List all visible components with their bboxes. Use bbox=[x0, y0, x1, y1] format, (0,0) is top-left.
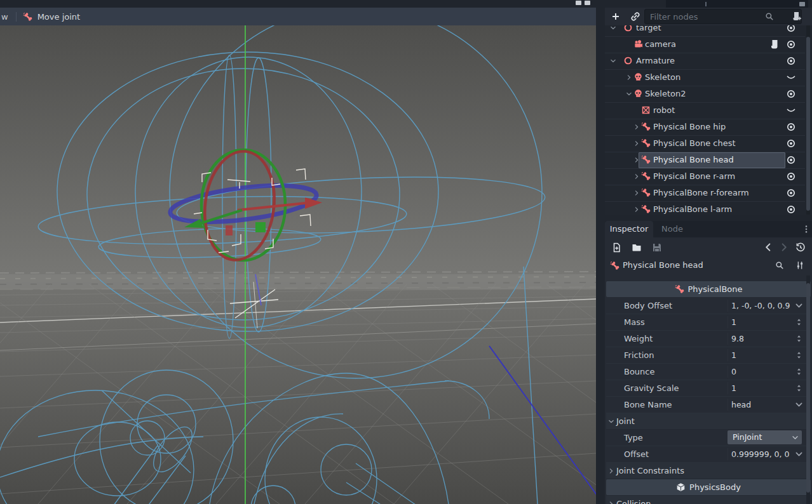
visibility-visible-icon[interactable] bbox=[786, 155, 796, 165]
category-joint-constraints[interactable]: Joint Constraints bbox=[606, 463, 811, 479]
tree-item-skeleton2[interactable]: Skeleton2 bbox=[605, 86, 805, 103]
collapse-arrow-icon[interactable] bbox=[608, 418, 614, 425]
new-resource-icon[interactable] bbox=[611, 242, 621, 253]
inspector-tools-icon[interactable] bbox=[795, 261, 804, 270]
scrollbar-thumb[interactable] bbox=[806, 37, 810, 211]
script-badge-icon[interactable] bbox=[769, 39, 780, 50]
visibility-hidden-icon[interactable] bbox=[786, 72, 796, 83]
property-type: TypePinJoint bbox=[606, 430, 811, 446]
history-back-icon[interactable] bbox=[764, 242, 773, 252]
property-value[interactable]: 0 bbox=[731, 364, 736, 380]
property-value[interactable]: 1 bbox=[731, 314, 736, 330]
tree-item-physicalbone-r-forearm[interactable]: PhysicalBone r-forearm bbox=[605, 185, 805, 202]
attach-script-icon[interactable] bbox=[792, 11, 802, 22]
property-value[interactable]: 9.8 bbox=[731, 331, 744, 347]
save-resource-icon[interactable] bbox=[652, 242, 662, 253]
visibility-visible-icon[interactable] bbox=[786, 25, 796, 33]
tree-item-physical-bone-r-arm[interactable]: Physical Bone r-arm bbox=[605, 168, 805, 185]
chevron-down-icon[interactable] bbox=[795, 302, 803, 310]
scene-tree-scrollbar[interactable] bbox=[806, 25, 810, 215]
node-type-mesh-icon bbox=[641, 105, 651, 115]
visibility-hidden-icon[interactable] bbox=[786, 105, 796, 116]
visibility-visible-icon[interactable] bbox=[786, 204, 796, 215]
partial-menu-text[interactable]: w bbox=[1, 12, 8, 22]
gizmo-red-plane-handle[interactable] bbox=[226, 225, 233, 235]
spinner-icon[interactable] bbox=[795, 384, 803, 392]
expand-arrow-icon[interactable] bbox=[608, 468, 614, 474]
property-value[interactable]: 1 bbox=[731, 380, 736, 396]
expand-arrow-icon[interactable] bbox=[633, 140, 640, 147]
tree-item-physicalbone-l-arm[interactable]: PhysicalBone l-arm bbox=[605, 201, 805, 215]
chevron-down-icon[interactable] bbox=[795, 401, 803, 409]
spinner-icon[interactable] bbox=[795, 368, 803, 376]
tree-item-robot[interactable]: robot bbox=[605, 102, 805, 119]
visibility-visible-icon[interactable] bbox=[786, 89, 796, 99]
tree-item-camera[interactable]: camera bbox=[605, 36, 805, 53]
property-dropdown[interactable]: PinJoint bbox=[727, 430, 802, 444]
dock-menu-icon[interactable] bbox=[802, 224, 811, 234]
collapse-arrow-icon[interactable] bbox=[610, 25, 616, 31]
tree-item-label: Armature bbox=[636, 53, 675, 69]
load-resource-icon[interactable] bbox=[632, 242, 642, 253]
section-header-physicsbody[interactable]: PhysicsBody bbox=[606, 479, 811, 495]
3d-viewport[interactable] bbox=[0, 25, 596, 504]
property-value[interactable]: 1, -0, -0, 0, 0.9 bbox=[731, 298, 790, 314]
environment bbox=[0, 25, 596, 504]
expand-arrow-icon[interactable] bbox=[633, 190, 640, 196]
visibility-visible-icon[interactable] bbox=[786, 138, 796, 149]
collapse-arrow-icon[interactable] bbox=[610, 58, 616, 64]
visibility-visible-icon[interactable] bbox=[786, 56, 796, 66]
tree-item-label: robot bbox=[653, 102, 675, 118]
property-offset: Offset0.999999, 0, 0 bbox=[606, 446, 811, 463]
node-type-skull-icon bbox=[633, 89, 643, 98]
edited-object-name: Physical Bone head bbox=[623, 258, 703, 273]
section-header-physicalbone[interactable]: PhysicalBone bbox=[606, 281, 811, 297]
visibility-visible-icon[interactable] bbox=[786, 171, 796, 182]
category-collision[interactable]: Collision bbox=[606, 496, 811, 504]
viewport-canvas[interactable] bbox=[0, 25, 596, 504]
column-divider bbox=[727, 382, 728, 394]
filter-nodes-input[interactable] bbox=[644, 9, 802, 24]
tree-item-label: Physical Bone hip bbox=[653, 119, 726, 135]
object-history-icon[interactable] bbox=[795, 242, 806, 253]
tree-item-skeleton[interactable]: Skeleton bbox=[605, 69, 805, 86]
node-type-camera-icon bbox=[633, 39, 643, 49]
visibility-visible-icon[interactable] bbox=[786, 39, 796, 50]
godot-editor: w Move joint bbox=[0, 0, 812, 504]
spinner-icon[interactable] bbox=[795, 351, 803, 359]
category-joint[interactable]: Joint bbox=[606, 413, 811, 430]
chevron-down-icon[interactable] bbox=[795, 450, 803, 458]
tree-item-target[interactable]: target bbox=[605, 25, 805, 37]
spinner-icon[interactable] bbox=[795, 335, 803, 343]
dock-splitter-horizontal[interactable] bbox=[605, 215, 812, 221]
add-node-icon[interactable] bbox=[611, 11, 621, 22]
property-value[interactable]: 0.999999, 0, 0 bbox=[731, 446, 789, 462]
expand-arrow-icon[interactable] bbox=[633, 157, 640, 163]
property-search-icon[interactable] bbox=[775, 261, 784, 270]
expand-arrow-icon[interactable] bbox=[608, 501, 614, 504]
property-value[interactable]: head bbox=[731, 397, 751, 413]
top-bar-fragment bbox=[0, 0, 812, 8]
history-forward-icon[interactable] bbox=[779, 242, 788, 252]
tree-item-physical-bone-chest[interactable]: Physical Bone chest bbox=[605, 135, 805, 152]
spinner-icon[interactable] bbox=[795, 318, 803, 326]
expand-arrow-icon[interactable] bbox=[626, 74, 632, 81]
tree-item-physical-bone-hip[interactable]: Physical Bone hip bbox=[605, 119, 805, 136]
expand-arrow-icon[interactable] bbox=[633, 124, 640, 130]
tree-item-physical-bone-head[interactable]: Physical Bone head bbox=[605, 152, 805, 169]
visibility-visible-icon[interactable] bbox=[786, 122, 796, 132]
dock-splitter-vertical[interactable] bbox=[596, 8, 605, 504]
tab-node[interactable]: Node bbox=[656, 221, 689, 237]
gizmo-green-plane-handle[interactable] bbox=[255, 222, 266, 232]
collapse-arrow-icon[interactable] bbox=[626, 91, 632, 97]
expand-arrow-icon[interactable] bbox=[633, 206, 640, 213]
inspector-scrollbar[interactable] bbox=[806, 275, 810, 504]
instance-scene-icon[interactable] bbox=[630, 11, 640, 22]
scrollbar-thumb[interactable] bbox=[806, 283, 810, 493]
tree-item-label: Physical Bone r-arm bbox=[653, 168, 735, 184]
tab-inspector[interactable]: Inspector bbox=[605, 221, 653, 237]
visibility-visible-icon[interactable] bbox=[786, 188, 796, 198]
property-value[interactable]: 1 bbox=[731, 347, 736, 363]
expand-arrow-icon[interactable] bbox=[633, 173, 640, 180]
tree-item-armature[interactable]: Armature bbox=[605, 53, 805, 70]
